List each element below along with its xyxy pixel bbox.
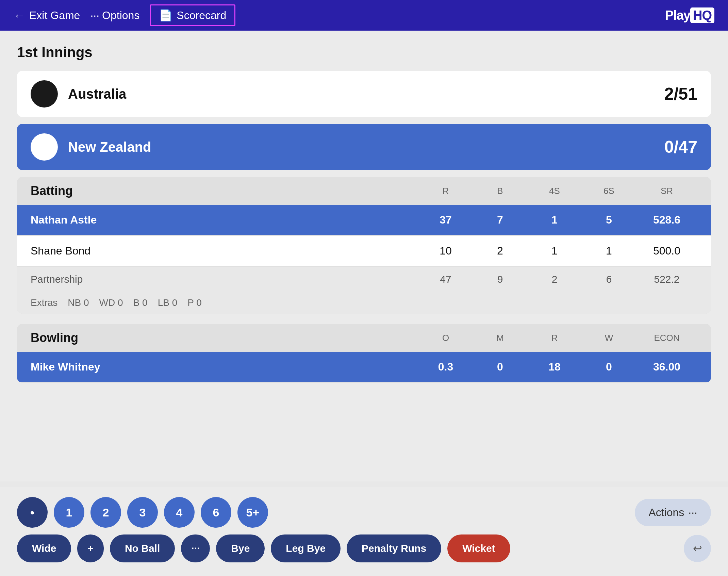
dot-label: •	[30, 506, 34, 519]
batting-section: Batting R B 4S 6S SR Nathan Astle 37 7 1…	[17, 177, 711, 314]
score-6-label: 6	[213, 506, 219, 519]
shane-bond-r: 10	[418, 245, 473, 257]
score-4-button[interactable]: 4	[164, 497, 195, 528]
batting-header: Batting R B 4S 6S SR	[17, 177, 711, 205]
batting-col-6s: 6S	[582, 186, 636, 196]
australia-team-name: Australia	[68, 86, 664, 102]
score-3-label: 3	[139, 506, 146, 519]
exit-game-label: Exit Game	[29, 9, 80, 22]
batting-col-4s: 4S	[527, 186, 582, 196]
bowling-col-econ: ECON	[636, 333, 697, 343]
batting-column-headers: R B 4S 6S SR	[418, 186, 697, 196]
main-content: 1st Innings Australia 2/51 New Zealand 0…	[0, 31, 728, 481]
wicket-label: Wicket	[462, 543, 495, 554]
score-5plus-label: 5+	[246, 506, 260, 519]
no-ball-dots-icon: ···	[191, 543, 200, 554]
new-zealand-team-card[interactable]: New Zealand 0/47	[17, 124, 711, 170]
no-ball-label: No Ball	[125, 543, 160, 554]
options-dots-icon: ···	[90, 9, 99, 22]
player-name-mike-whitney: Mike Whitney	[31, 361, 418, 373]
player-name-shane-bond: Shane Bond	[31, 245, 418, 257]
leg-bye-button[interactable]: Leg Bye	[271, 534, 341, 562]
batting-row-shane-bond[interactable]: Shane Bond 10 2 1 1 500.0	[17, 236, 711, 266]
scorecard-icon: 📄	[159, 9, 172, 22]
bowling-col-m: M	[473, 333, 527, 343]
options-button[interactable]: ··· Options	[90, 9, 139, 22]
partnership-b: 9	[473, 274, 527, 285]
australia-avatar	[31, 80, 58, 108]
undo-button[interactable]: ↩	[684, 535, 711, 562]
nathan-astle-sr: 528.6	[636, 214, 697, 226]
action-buttons: Wide + No Ball ··· Bye Leg Bye Penalty R…	[17, 534, 510, 562]
wide-plus-button[interactable]: +	[77, 534, 104, 562]
score-6-button[interactable]: 6	[201, 497, 231, 528]
new-zealand-avatar	[31, 133, 58, 161]
partnership-r: 47	[418, 274, 473, 285]
shane-bond-b: 2	[473, 245, 527, 257]
new-zealand-team-score: 0/47	[664, 137, 697, 157]
extras-p: P 0	[187, 297, 202, 308]
logo-play-text: Play	[665, 8, 690, 22]
partnership-4s: 2	[527, 274, 582, 285]
score-2-button[interactable]: 2	[90, 497, 121, 528]
score-buttons: • 1 2 3 4 6 5+	[17, 497, 268, 528]
score-4-label: 4	[176, 506, 183, 519]
scorecard-button[interactable]: 📄 Scorecard	[150, 4, 235, 26]
no-ball-button[interactable]: No Ball	[110, 534, 175, 562]
batting-col-r: R	[418, 186, 473, 196]
player-name-nathan-astle: Nathan Astle	[31, 214, 418, 226]
wicket-button[interactable]: Wicket	[447, 534, 510, 562]
bottom-controls: • 1 2 3 4 6 5+ Actions ···	[0, 487, 728, 576]
penalty-runs-button[interactable]: Penalty Runs	[347, 534, 441, 562]
no-ball-dots-button[interactable]: ···	[181, 534, 210, 562]
score-5plus-button[interactable]: 5+	[237, 497, 268, 528]
options-label: Options	[102, 9, 139, 22]
new-zealand-team-name: New Zealand	[68, 139, 664, 155]
australia-team-card[interactable]: Australia 2/51	[17, 71, 711, 117]
mike-whitney-m: 0	[473, 361, 527, 373]
extras-lb: LB 0	[158, 297, 178, 308]
innings-title: 1st Innings	[17, 44, 711, 61]
back-arrow-icon: ←	[14, 9, 25, 22]
wide-plus-icon: +	[87, 543, 94, 554]
bowling-col-o: O	[418, 333, 473, 343]
scorecard-label: Scorecard	[177, 9, 226, 22]
wide-button[interactable]: Wide	[17, 534, 71, 562]
nathan-astle-b: 7	[473, 214, 527, 226]
actions-button[interactable]: Actions ···	[635, 499, 711, 526]
partnership-6s: 6	[582, 274, 636, 285]
partnership-sr: 522.2	[636, 274, 697, 285]
score-3-button[interactable]: 3	[127, 497, 158, 528]
bowling-header: Bowling O M R W ECON	[17, 324, 711, 352]
mike-whitney-o: 0.3	[418, 361, 473, 373]
shane-bond-4s: 1	[527, 245, 582, 257]
mike-whitney-w: 0	[582, 361, 636, 373]
extras-nb: NB 0	[68, 297, 89, 308]
bye-button[interactable]: Bye	[216, 534, 265, 562]
score-dot-button[interactable]: •	[17, 497, 48, 528]
score-2-label: 2	[103, 506, 109, 519]
actions-label: Actions	[648, 506, 684, 519]
bowling-col-w: W	[582, 333, 636, 343]
playhq-logo: PlayHQ	[665, 8, 714, 23]
leg-bye-label: Leg Bye	[286, 543, 326, 554]
penalty-runs-label: Penalty Runs	[362, 543, 426, 554]
batting-col-b: B	[473, 186, 527, 196]
header-nav: ← Exit Game ··· Options 📄 Scorecard	[14, 4, 235, 26]
exit-game-button[interactable]: ← Exit Game	[14, 9, 80, 22]
mike-whitney-r: 18	[527, 361, 582, 373]
batting-row-nathan-astle[interactable]: Nathan Astle 37 7 1 5 528.6	[17, 205, 711, 235]
extras-label: Extras	[31, 297, 57, 308]
shane-bond-sr: 500.0	[636, 245, 697, 257]
australia-team-score: 2/51	[664, 84, 697, 104]
batting-col-sr: SR	[636, 186, 697, 196]
score-1-label: 1	[66, 506, 72, 519]
logo-hq-text: HQ	[690, 7, 714, 23]
extras-b: B 0	[133, 297, 148, 308]
bowling-row-mike-whitney[interactable]: Mike Whitney 0.3 0 18 0 36.00	[17, 352, 711, 382]
extras-wd: WD 0	[99, 297, 123, 308]
batting-title: Batting	[31, 184, 418, 198]
score-1-button[interactable]: 1	[54, 497, 84, 528]
bowling-title: Bowling	[31, 331, 418, 345]
partnership-row: Partnership 47 9 2 6 522.2	[17, 267, 711, 292]
